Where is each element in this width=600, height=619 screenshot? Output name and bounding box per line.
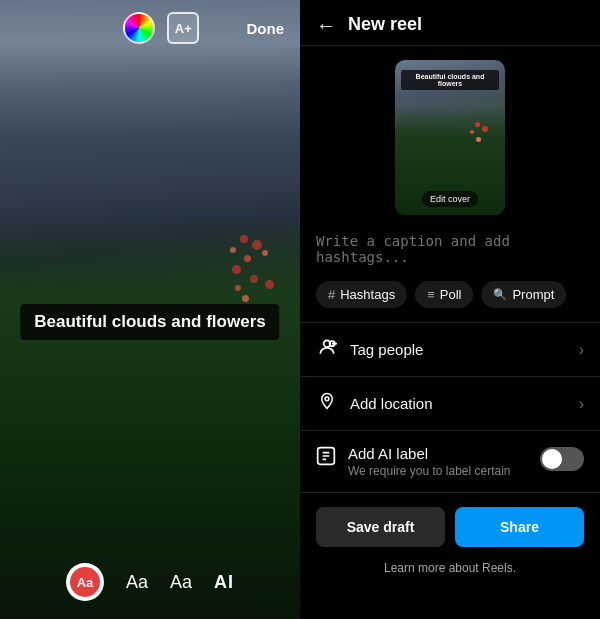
ai-label-icon: [316, 446, 336, 471]
tag-buttons-row: # Hashtags ≡ Poll 🔍 Prompt: [300, 281, 600, 322]
poll-button[interactable]: ≡ Poll: [415, 281, 473, 308]
tag-people-label: Tag people: [350, 341, 423, 358]
caption-text: Beautiful clouds and flowers: [34, 312, 265, 331]
tag-people-chevron: ›: [579, 341, 584, 359]
caption-input[interactable]: [316, 233, 584, 265]
font-option-bold[interactable]: Aa: [66, 563, 104, 601]
toggle-knob: [542, 449, 562, 469]
add-location-row[interactable]: Add location ›: [300, 377, 600, 431]
color-wheel-icon[interactable]: [123, 12, 155, 44]
bottom-buttons: Save draft Share: [300, 493, 600, 561]
ai-text-group: Add AI label We require you to label cer…: [348, 445, 530, 478]
tag-people-icon: [316, 337, 338, 362]
hashtag-icon: #: [328, 287, 335, 302]
ai-label-title: Add AI label: [348, 445, 530, 462]
ai-label-toggle[interactable]: [540, 447, 584, 471]
font-option-regular[interactable]: Aa: [126, 572, 148, 593]
text-style-button[interactable]: A+: [167, 12, 199, 44]
add-location-left: Add location: [316, 391, 433, 416]
caption-overlay: Beautiful clouds and flowers: [20, 304, 279, 340]
tag-people-left: Tag people: [316, 337, 423, 362]
text-style-label: A+: [175, 21, 192, 36]
font-serif-label: Aa: [170, 572, 192, 593]
thumbnail-flowers: [470, 122, 500, 162]
poll-label: Poll: [440, 287, 462, 302]
tag-people-row[interactable]: Tag people ›: [300, 323, 600, 377]
font-options-bar: Aa Aa Aa AI: [0, 563, 300, 601]
right-header: ← New reel: [300, 0, 600, 46]
caption-input-area: [300, 229, 600, 281]
font-outline-label: AI: [214, 572, 234, 593]
font-bold-icon: Aa: [70, 567, 100, 597]
font-bold-label: Aa: [77, 575, 94, 590]
font-option-serif[interactable]: Aa: [170, 572, 192, 593]
learn-more-text: Learn more about Reels.: [384, 561, 516, 575]
prompt-icon: 🔍: [493, 288, 507, 301]
hashtags-label: Hashtags: [340, 287, 395, 302]
back-button[interactable]: ←: [316, 15, 336, 35]
reel-preview-area: Beautiful clouds and flowers Edit cover: [300, 46, 600, 229]
svg-point-4: [325, 397, 329, 401]
font-option-outline[interactable]: AI: [214, 572, 234, 593]
add-location-chevron: ›: [579, 395, 584, 413]
learn-more-link[interactable]: Learn more about Reels.: [300, 561, 600, 591]
thumbnail-caption: Beautiful clouds and flowers: [401, 70, 499, 90]
poll-icon: ≡: [427, 287, 435, 302]
toolbar-center: A+: [123, 12, 199, 44]
share-button[interactable]: Share: [455, 507, 584, 547]
location-icon: [316, 391, 338, 416]
done-button[interactable]: Done: [247, 20, 285, 37]
ai-label-row: Add AI label We require you to label cer…: [300, 431, 600, 493]
left-panel: A+ Done Beautiful clouds and flowers Aa …: [0, 0, 300, 619]
ai-label-subtitle: We require you to label certain: [348, 464, 530, 478]
prompt-label: Prompt: [512, 287, 554, 302]
add-location-label: Add location: [350, 395, 433, 412]
reel-thumbnail: Beautiful clouds and flowers Edit cover: [395, 60, 505, 215]
prompt-button[interactable]: 🔍 Prompt: [481, 281, 566, 308]
page-title: New reel: [348, 14, 422, 35]
save-draft-button[interactable]: Save draft: [316, 507, 445, 547]
hashtags-button[interactable]: # Hashtags: [316, 281, 407, 308]
font-regular-label: Aa: [126, 572, 148, 593]
right-panel: ← New reel Beautiful clouds and flowers …: [300, 0, 600, 619]
left-toolbar: A+ Done: [0, 12, 300, 44]
edit-cover-button[interactable]: Edit cover: [422, 191, 478, 207]
